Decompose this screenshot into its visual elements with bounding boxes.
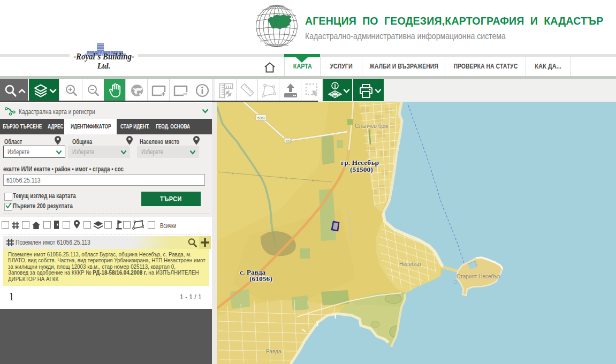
svg-text:5067: 5067 [257,116,266,120]
svg-text:161: 161 [285,139,292,143]
